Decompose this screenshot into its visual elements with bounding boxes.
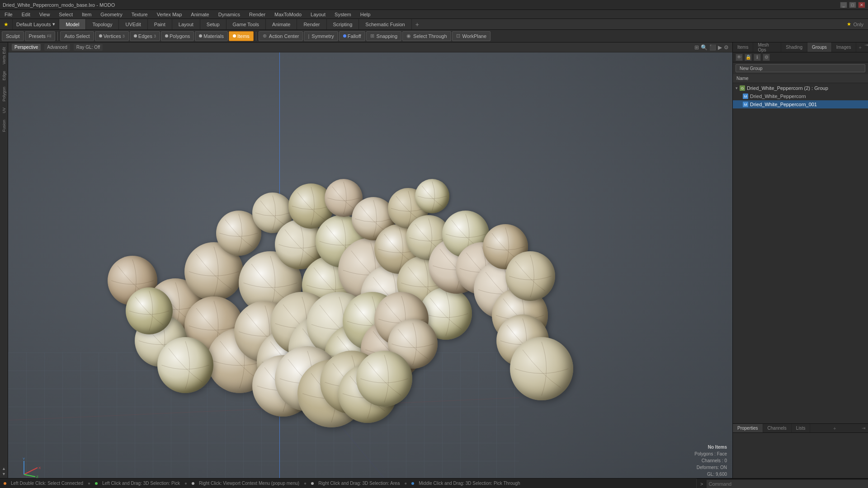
new-group-button[interactable]: New Group [736,64,865,72]
tab-game-tools[interactable]: Game Tools [226,19,266,29]
viewport-icon-2[interactable]: 🔍 [701,44,708,51]
prop-tab-lists[interactable]: Lists [792,424,811,432]
menu-file[interactable]: File [3,12,14,17]
peppercorn-49 [126,287,173,334]
mesh-icon-2: M [743,102,748,107]
menu-geometry[interactable]: Geometry [99,12,124,17]
rp-settings-button[interactable]: ⚙ [763,54,770,61]
falloff-button[interactable]: Falloff [339,31,365,41]
polygons-button[interactable]: Polygons [161,31,194,41]
auto-select-button[interactable]: Auto Select [60,31,94,41]
scene-group-root[interactable]: ▾ G Dried_White_Peppercorn (2) : Group [733,84,868,92]
status-dot-green [95,482,98,485]
menu-layout[interactable]: Layout [309,12,327,17]
tab-scripting[interactable]: Scripting [327,19,359,29]
symmetry-button[interactable]: | Symmetry [304,31,338,41]
menu-item[interactable]: Item [80,12,93,17]
prop-tab-add[interactable]: + [830,424,839,432]
menu-select[interactable]: Select [57,12,75,17]
add-tab-button[interactable]: + [412,19,423,29]
menu-view[interactable]: View [38,12,52,17]
menu-vertex-map[interactable]: Vertex Map [155,12,184,17]
command-input[interactable] [707,480,868,488]
sculpt-button[interactable]: Sculpt [2,31,24,41]
svg-text:X: X [38,466,41,470]
tab-model[interactable]: Model [59,19,86,29]
scene-3d[interactable]: X Y Z No Items Polygons : Face Channels … [8,52,732,478]
peppercorn-38 [356,351,412,407]
left-tab-edge[interactable]: Edge [1,68,7,83]
viewport[interactable]: Perspective Advanced Ray GL: Off ⊞ 🔍 ⬛ ▶… [8,42,732,478]
close-button[interactable]: ✕ [858,2,865,8]
left-sidebar-arrow-down[interactable]: ▼ [2,472,6,476]
status-text-2: Left Click and Drag: 3D Selection: Pick [102,481,180,486]
item-label-1: Dried_White_Peppercorn [750,94,806,99]
snapping-button[interactable]: ⊞ Snapping [366,31,402,41]
status-channels: Channels : 0 [694,457,727,464]
prop-tab-properties[interactable]: Properties [733,424,763,432]
select-through-button[interactable]: ◉ Select Through [402,31,451,41]
menu-system[interactable]: System [333,12,353,17]
menu-maxtomodo[interactable]: MaxToModo [273,12,303,17]
menu-dynamics[interactable]: Dynamics [217,12,242,17]
ray-gl-tab[interactable]: Ray GL: Off [74,44,103,51]
maximize-button[interactable]: □ [849,2,856,8]
advanced-tab[interactable]: Advanced [44,44,70,51]
properties-expand-icon[interactable]: ⇥ [862,426,865,431]
right-tab-items[interactable]: Items [733,42,753,52]
tab-setup[interactable]: Setup [200,19,226,29]
rp-info-button[interactable]: ℹ [754,54,761,61]
left-tab-uv[interactable]: UV [1,105,7,116]
viewport-icon-5[interactable]: ⚙ [724,44,729,51]
tab-animate[interactable]: Animate [266,19,297,29]
tab-topology[interactable]: Topology [86,19,119,29]
properties-content [733,433,868,478]
workplane-button[interactable]: ⊡ WorkPlane [452,31,491,41]
viewport-icon-1[interactable]: ⊞ [694,44,699,51]
rp-lock-button[interactable]: 🔒 [745,54,752,61]
action-center-button[interactable]: ⊕ Action Center [259,31,303,41]
right-panel-expand-icon[interactable]: ⇥ [864,42,868,52]
command-arrow: > [697,481,707,487]
right-tab-shading[interactable]: Shading [781,42,807,52]
right-tab-images[interactable]: Images [832,42,856,52]
materials-button[interactable]: Materials [195,31,228,41]
vertices-dot [99,34,102,38]
left-tab-polygon[interactable]: Polygon [1,84,7,104]
menu-help[interactable]: Help [359,12,373,17]
left-sidebar-arrow-up[interactable]: ▲ [2,466,6,471]
star-icon[interactable]: ★ [0,19,13,29]
perspective-tab[interactable]: Perspective [12,44,41,51]
tab-paint[interactable]: Paint [148,19,172,29]
scene-item-2[interactable]: M Dried_White_Peppercorn_001 [733,100,868,108]
falloff-dot [343,34,346,38]
status-dot-orange [4,482,6,485]
tab-uvedit[interactable]: UVEdit [119,19,147,29]
right-tab-mesh-ops[interactable]: Mesh Ops [753,42,781,52]
rp-eye-button[interactable]: 👁 [736,54,743,61]
tab-layout[interactable]: Layout [172,19,200,29]
menu-texture[interactable]: Texture [130,12,150,17]
viewport-status-overlay: No Items Polygons : Face Channels : 0 De… [694,444,727,478]
tab-schematic-fusion[interactable]: Schematic Fusion [359,19,411,29]
viewport-icon-4[interactable]: ▶ [718,44,722,51]
tab-render[interactable]: Render [297,19,326,29]
minimize-button[interactable]: _ [840,2,847,8]
right-tab-groups[interactable]: Groups [807,42,832,52]
items-button[interactable]: Items [229,31,254,41]
right-tab-add[interactable]: + [856,42,864,52]
vertices-button[interactable]: Vertices 3 [95,31,129,41]
sculpt-toolbar: Sculpt Presets Fil Auto Select Vertices … [0,30,868,42]
window-controls: _ □ ✕ [840,2,865,8]
viewport-icon-3[interactable]: ⬛ [709,44,716,51]
menu-render[interactable]: Render [247,12,267,17]
menu-edit[interactable]: Edit [20,12,32,17]
left-tab-verts-edit[interactable]: Verts Edit [1,44,7,67]
prop-tab-channels[interactable]: Channels [763,424,792,432]
left-tab-fusion[interactable]: Fusion [1,117,7,135]
edges-button[interactable]: Edges 3 [130,31,160,41]
menu-animate[interactable]: Animate [189,12,211,17]
layout-selector[interactable]: Default Layouts ▾ [13,19,59,29]
presets-button[interactable]: Presets Fil [25,31,56,41]
scene-item-1[interactable]: M Dried_White_Peppercorn [733,92,868,100]
